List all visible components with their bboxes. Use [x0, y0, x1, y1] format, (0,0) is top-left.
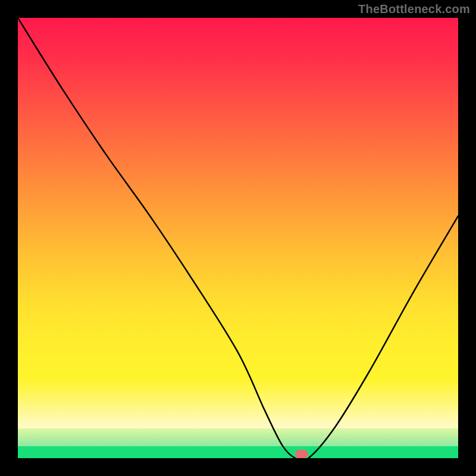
optimal-marker: [295, 450, 308, 458]
watermark-text: TheBottleneck.com: [358, 2, 470, 16]
plot-area: [18, 18, 458, 458]
chart-frame: TheBottleneck.com: [0, 0, 476, 476]
bottleneck-curve: [18, 18, 458, 458]
